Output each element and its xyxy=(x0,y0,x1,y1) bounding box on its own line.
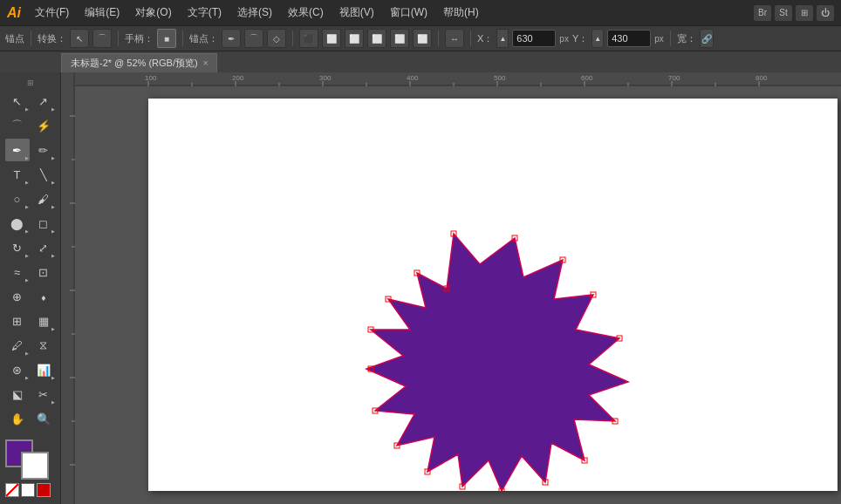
toolbar: 锚点 转换： ↖ ⌒ 手柄： ■ 锚点： ✒ ⌒ ◇ ⬛ ⬜ ⬜ ⬜ ⬜ ⬜ ↔… xyxy=(0,25,841,51)
menu-window[interactable]: 窗口(W) xyxy=(385,3,433,22)
link-wh-btn[interactable]: 🔗 xyxy=(700,29,714,48)
none-swatch[interactable] xyxy=(5,483,19,497)
svg-text:400: 400 xyxy=(407,74,419,82)
x-unit: px xyxy=(559,34,569,44)
white-swatch[interactable] xyxy=(21,483,35,497)
align-bottom-btn[interactable]: ⬜ xyxy=(413,29,432,48)
align-top-btn[interactable]: ⬜ xyxy=(367,29,386,48)
y-unit: px xyxy=(654,34,664,44)
align-left-btn[interactable]: ⬛ xyxy=(299,29,318,48)
stock-icon[interactable]: St xyxy=(775,5,792,21)
magic-wand-icon: ⚡ xyxy=(37,119,51,133)
align-right-btn[interactable]: ⬜ xyxy=(345,29,364,48)
tool-magic-wand[interactable]: ⚡ xyxy=(31,114,56,137)
sep4 xyxy=(292,31,293,46)
tool-eraser[interactable]: ◻▶ xyxy=(31,212,56,235)
transform-btn-2[interactable]: ⌒ xyxy=(92,29,112,48)
x-stepper-up[interactable]: ▲ xyxy=(496,29,509,48)
tool-direct-select[interactable]: ↗▶ xyxy=(31,90,56,112)
app-logo: Ai xyxy=(7,5,21,21)
menu-help[interactable]: 帮助(H) xyxy=(438,3,484,22)
eyedropper-icon: 🖊 xyxy=(11,339,23,352)
tool-row-3: ✒▶ ✏▶ xyxy=(0,139,60,161)
ruler-corner: ⊞ xyxy=(0,76,60,90)
brush-icon: 🖌 xyxy=(38,193,49,206)
symbol-spray-corner: ▶ xyxy=(25,375,29,380)
tool-artboard[interactable]: ⬕ xyxy=(5,383,30,405)
y-input[interactable] xyxy=(607,30,651,47)
align-vcenter-btn[interactable]: ⬜ xyxy=(390,29,409,48)
power-icon[interactable]: ⏻ xyxy=(817,5,834,21)
tool-blob[interactable]: ⬤▶ xyxy=(5,212,30,235)
tool-blend[interactable]: ⧖ xyxy=(31,334,56,357)
tool-ellipse[interactable]: ○▶ xyxy=(5,187,30,210)
menu-text[interactable]: 文字(T) xyxy=(182,3,227,22)
menu-edit[interactable]: 编辑(E) xyxy=(79,3,125,22)
tool-mesh[interactable]: ⊞ xyxy=(5,310,30,332)
line-corner: ▶ xyxy=(51,180,55,185)
brush-corner: ▶ xyxy=(51,204,55,209)
slice-corner: ▶ xyxy=(51,399,55,405)
graph-icon: 📊 xyxy=(37,364,51,377)
select-corner: ▶ xyxy=(25,106,29,112)
tool-symbol-spray[interactable]: ⊛▶ xyxy=(5,358,30,381)
x-input[interactable] xyxy=(512,30,556,47)
menu-object[interactable]: 对象(O) xyxy=(130,3,176,22)
tool-perspective[interactable]: ⬧ xyxy=(31,285,56,308)
transform-label: 转换： xyxy=(38,32,66,45)
canvas-area[interactable]: 100200 300400 500600 700800 xyxy=(61,72,841,504)
tool-line[interactable]: ╲▶ xyxy=(31,163,56,186)
menu-file[interactable]: 文件(F) xyxy=(30,3,74,22)
tool-brush[interactable]: 🖌▶ xyxy=(31,187,56,210)
shape-builder-icon: ⊕ xyxy=(12,290,22,303)
mesh-icon: ⊞ xyxy=(12,315,22,328)
tool-lasso[interactable]: ⌒ xyxy=(5,114,30,137)
tab-close-btn[interactable]: × xyxy=(203,58,209,68)
tool-graph[interactable]: 📊▶ xyxy=(31,358,56,381)
tool-row-7: ↻▶ ⤢▶ xyxy=(0,236,60,259)
tool-scale[interactable]: ⤢▶ xyxy=(31,236,56,259)
ruler-left-svg xyxy=(61,72,75,504)
tool-row-13: ⬕ ✂▶ xyxy=(0,383,60,405)
tool-eyedropper[interactable]: 🖊▶ xyxy=(5,334,30,357)
tool-zoom[interactable]: 🔍 xyxy=(31,407,56,430)
pen-icon: ✒ xyxy=(12,144,22,157)
tool-rotate[interactable]: ↻▶ xyxy=(5,236,30,259)
menu-view[interactable]: 视图(V) xyxy=(334,3,379,22)
transform-btn-1[interactable]: ↖ xyxy=(70,29,89,48)
tool-pencil[interactable]: ✏▶ xyxy=(31,139,56,161)
anchor-type-btn[interactable]: ✒ xyxy=(222,29,241,48)
anchor-corner-btn[interactable]: ◇ xyxy=(267,29,286,48)
handle-btn[interactable]: ■ xyxy=(157,29,176,48)
toolbox: ⊞ ↖▶ ↗▶ ⌒ ⚡ ✒▶ ✏▶ T▶ ╲▶ ○▶ 🖌▶ ⬤▶ ◻▶ ↻▶ ⤢… xyxy=(0,72,61,504)
color-swatch-container xyxy=(5,439,49,480)
align-center-btn[interactable]: ⬜ xyxy=(322,29,341,48)
tool-hand[interactable]: ✋ xyxy=(5,407,30,430)
document-tab[interactable]: 未标题-2* @ 52% (RGB/预览) × xyxy=(61,53,217,72)
anchor-smooth-btn[interactable]: ⌒ xyxy=(244,29,263,48)
tool-slice[interactable]: ✂▶ xyxy=(31,383,56,405)
blend-icon: ⧖ xyxy=(39,338,47,352)
tool-text[interactable]: T▶ xyxy=(5,163,30,186)
line-icon: ╲ xyxy=(40,168,47,181)
y-stepper-up[interactable]: ▲ xyxy=(591,29,604,48)
tool-pen[interactable]: ✒▶ xyxy=(5,139,30,161)
tool-shape-builder[interactable]: ⊕ xyxy=(5,285,30,308)
menu-effect[interactable]: 效果(C) xyxy=(283,3,329,22)
zoom-icon: 🔍 xyxy=(37,412,51,426)
svg-rect-25 xyxy=(61,72,75,504)
tool-select[interactable]: ↖▶ xyxy=(5,90,30,112)
tool-gradient[interactable]: ▦▶ xyxy=(31,310,56,332)
spiky-shape[interactable] xyxy=(366,234,628,491)
tool-row-8: ≈▶ ⊡ xyxy=(0,261,60,283)
sep7 xyxy=(670,31,671,46)
tool-warp[interactable]: ≈▶ xyxy=(5,261,30,283)
tool-free-transform[interactable]: ⊡ xyxy=(31,261,56,283)
background-swatch[interactable] xyxy=(21,452,49,480)
distribute-h-btn[interactable]: ↔ xyxy=(445,29,464,48)
bridge-icon[interactable]: Br xyxy=(754,5,771,21)
perspective-icon: ⬧ xyxy=(40,290,47,303)
red-swatch[interactable] xyxy=(37,483,51,497)
workspace-icon[interactable]: ⊞ xyxy=(796,5,813,21)
menu-select[interactable]: 选择(S) xyxy=(232,3,277,22)
